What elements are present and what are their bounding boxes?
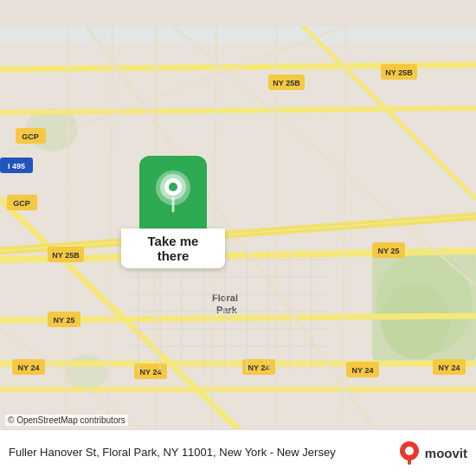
moovit-icon xyxy=(397,441,421,466)
moovit-text: moovit xyxy=(425,446,467,460)
bottom-info-bar: Fuller Hanover St, Floral Park, NY 11001… xyxy=(0,429,476,476)
svg-rect-6 xyxy=(0,26,476,43)
svg-text:NY 24: NY 24 xyxy=(352,366,374,375)
svg-text:NY 25: NY 25 xyxy=(378,247,400,255)
svg-text:NY 24: NY 24 xyxy=(248,363,270,372)
take-me-there-button[interactable]: Take me there xyxy=(121,228,225,268)
svg-text:GCP: GCP xyxy=(13,199,30,208)
svg-rect-3 xyxy=(372,251,476,363)
map-pin-background xyxy=(139,156,207,228)
take-me-there-container[interactable]: Take me there xyxy=(121,156,225,268)
svg-point-73 xyxy=(169,183,177,191)
map-container: NY 25B NY 25B GCP GCP I 495 NY 25B NY 25… xyxy=(0,0,476,476)
svg-text:I 495: I 495 xyxy=(8,162,25,170)
map-background: NY 25B NY 25B GCP GCP I 495 NY 25B NY 25… xyxy=(0,0,476,476)
svg-text:Park: Park xyxy=(216,305,238,315)
svg-text:GCP: GCP xyxy=(22,132,39,141)
svg-text:NY 25B: NY 25B xyxy=(52,251,80,260)
svg-text:NY 25B: NY 25B xyxy=(273,79,300,87)
svg-text:NY 24: NY 24 xyxy=(439,363,460,372)
attribution-text: © OpenStreetMap contributors xyxy=(8,415,125,425)
svg-text:NY 25B: NY 25B xyxy=(385,68,413,77)
svg-point-75 xyxy=(405,447,414,455)
svg-text:NY 24: NY 24 xyxy=(18,363,40,372)
svg-text:NY 24: NY 24 xyxy=(140,368,162,376)
map-attribution: © OpenStreetMap contributors xyxy=(5,415,128,426)
svg-point-5 xyxy=(65,355,108,389)
svg-text:NY 25: NY 25 xyxy=(54,316,75,325)
moovit-logo[interactable]: moovit xyxy=(397,441,467,466)
address-label: Fuller Hanover St, Floral Park, NY 11001… xyxy=(9,446,389,460)
location-pin-icon xyxy=(151,168,195,220)
svg-rect-76 xyxy=(408,459,411,465)
